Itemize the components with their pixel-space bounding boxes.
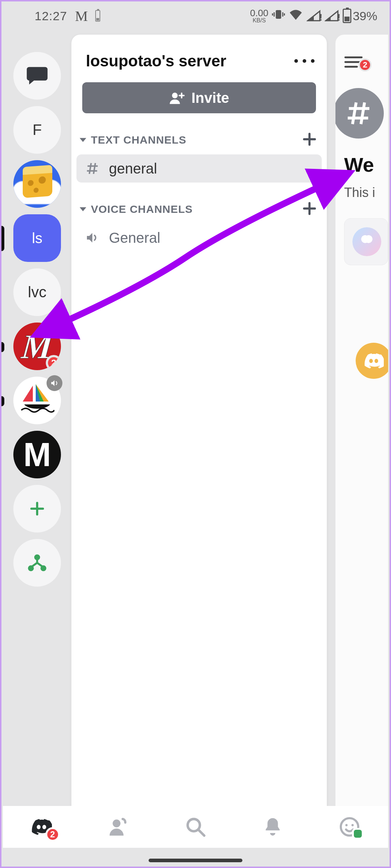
svg-rect-0	[276, 10, 281, 19]
gesture-bar[interactable]	[149, 859, 242, 862]
svg-point-29	[341, 818, 358, 836]
notification-badge: 2	[45, 827, 60, 842]
chevron-down-icon	[79, 205, 87, 213]
server-label: lvc	[28, 284, 46, 301]
channel-hash-badge	[335, 88, 384, 139]
nav-home[interactable]: 2	[25, 811, 58, 843]
invite-button[interactable]: Invite	[82, 82, 316, 113]
server-ls[interactable]: ls	[13, 214, 61, 262]
add-server-button[interactable]	[13, 485, 61, 532]
svg-rect-4	[284, 13, 285, 16]
cheese-icon	[13, 160, 61, 208]
channel-general-text[interactable]: general	[76, 154, 322, 183]
speaker-icon	[84, 231, 100, 245]
server-m-dark[interactable]: M	[13, 431, 61, 478]
channel-name: General	[109, 230, 160, 246]
welcome-card[interactable]	[344, 218, 388, 265]
svg-line-25	[361, 102, 365, 124]
server-label: ls	[32, 230, 43, 246]
plus-icon	[28, 500, 46, 517]
signal-sim2-icon: !	[325, 9, 339, 22]
svg-line-28	[199, 830, 205, 836]
server-label: F	[32, 121, 42, 139]
server-lvc[interactable]: lvc	[13, 268, 61, 316]
wifi-icon	[289, 7, 303, 25]
add-text-channel-button[interactable]	[302, 132, 317, 148]
invite-label: Invite	[192, 90, 229, 106]
signal-sim1-icon: !	[307, 9, 321, 22]
battery-status: 39%	[343, 9, 377, 23]
collapse-voice-channels[interactable]	[77, 205, 89, 213]
svg-point-30	[346, 824, 348, 826]
svg-line-15	[89, 163, 91, 174]
svg-point-27	[188, 819, 200, 831]
notification-badge: 2	[46, 355, 61, 370]
welcome-subtext: This i	[344, 185, 388, 200]
svg-point-7	[35, 555, 39, 559]
chat-preview[interactable]: 2 We This i	[335, 35, 388, 807]
server-rail: F ls lvc M 2	[3, 32, 71, 807]
hash-icon	[344, 99, 373, 128]
chevron-down-icon	[79, 136, 87, 144]
hash-icon	[84, 161, 100, 176]
voice-channels-label: VOICE CHANNELS	[89, 203, 302, 215]
invite-icon	[169, 91, 185, 105]
wave-bubble[interactable]	[356, 343, 388, 379]
plus-icon	[302, 201, 317, 216]
unread-indicator	[0, 396, 4, 406]
bottom-nav: 2	[3, 806, 388, 848]
channel-name: general	[109, 161, 157, 177]
bell-icon	[262, 816, 283, 837]
server-m-dark-icon: M	[23, 436, 51, 474]
unread-indicator	[0, 342, 4, 352]
discord-logo-icon	[364, 352, 384, 369]
voice-active-badge	[47, 375, 62, 391]
svg-rect-1	[273, 12, 274, 17]
collapse-text-channels[interactable]	[77, 136, 89, 144]
notification-badge: 2	[359, 58, 372, 71]
svg-rect-2	[282, 12, 283, 17]
gmail-icon: M	[75, 8, 87, 25]
add-voice-channel-button[interactable]	[302, 201, 317, 217]
plus-icon	[302, 132, 317, 146]
member-list-button[interactable]: 2	[344, 55, 372, 69]
server-f[interactable]: F	[13, 106, 61, 154]
nav-friends[interactable]	[102, 811, 135, 843]
server-cheese[interactable]	[13, 160, 61, 208]
svg-point-26	[113, 819, 121, 827]
svg-point-31	[351, 824, 353, 826]
card-illustration	[352, 227, 381, 256]
direct-messages-button[interactable]	[13, 52, 61, 100]
discover-hub-button[interactable]	[13, 539, 61, 587]
svg-point-10	[172, 93, 178, 98]
active-server-indicator	[0, 226, 4, 251]
welcome-heading: We	[344, 153, 388, 176]
channel-general-voice[interactable]: General	[76, 224, 322, 252]
battery-saver-icon	[95, 10, 100, 22]
server-m-red[interactable]: M 2	[13, 323, 61, 370]
svg-rect-3	[272, 13, 273, 16]
server-menu-button[interactable]	[294, 59, 315, 63]
server-title[interactable]: losupotao's server	[86, 52, 294, 70]
status-bar: 12:27 M 0.00 KB/S ! ! 39%	[1, 1, 390, 30]
nav-notifications[interactable]	[256, 811, 289, 843]
server-midjourney[interactable]	[13, 377, 61, 424]
network-speed: 0.00 KB/S	[250, 8, 268, 23]
status-clock: 12:27	[35, 9, 67, 23]
nav-search[interactable]	[179, 811, 212, 843]
vibrate-icon	[272, 8, 285, 24]
friends-icon	[108, 816, 129, 837]
channel-panel: losupotao's server Invite TEXT CHANNELS	[71, 35, 327, 807]
battery-icon	[343, 9, 351, 23]
search-icon	[185, 816, 206, 837]
text-channels-label: TEXT CHANNELS	[89, 134, 302, 146]
hub-icon	[28, 553, 47, 572]
profile-icon	[339, 816, 360, 837]
svg-line-24	[352, 102, 356, 124]
nav-profile[interactable]	[333, 811, 366, 843]
svg-line-16	[93, 163, 95, 174]
